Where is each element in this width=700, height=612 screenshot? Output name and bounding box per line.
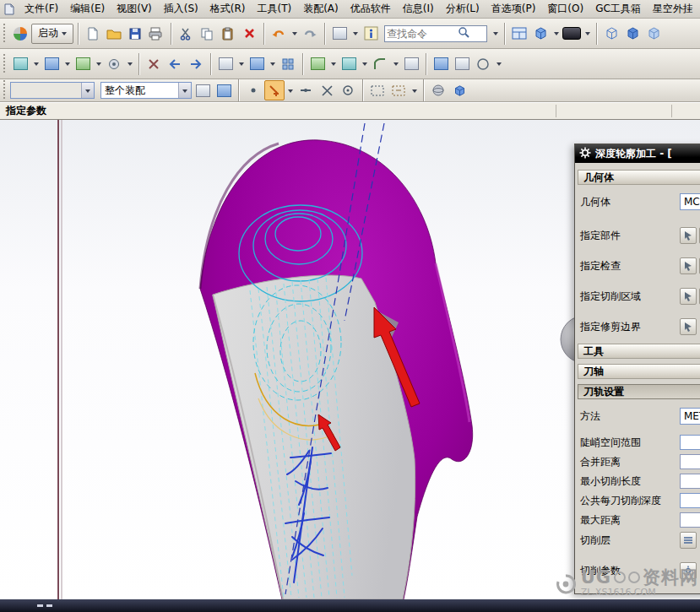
toolbar-grip[interactable] [3,80,7,100]
window-layout-icon[interactable] [509,24,529,44]
menu-view[interactable]: 视图(V) [111,0,158,18]
cut-icon[interactable] [176,24,196,44]
open-icon[interactable] [104,24,124,44]
search-icon[interactable] [458,26,469,41]
stop-icon[interactable] [144,54,164,74]
menu-preferences[interactable]: 首选项(P) [486,0,542,18]
menu-format[interactable]: 格式(R) [204,0,252,18]
snap-point-icon[interactable] [243,80,263,100]
print-icon[interactable] [146,24,166,44]
select-part-button[interactable] [680,227,697,244]
toolbar-grip[interactable] [3,24,7,44]
sketch-caret[interactable] [62,54,72,74]
solid-cube-icon[interactable] [622,24,643,44]
snap-endpoint-icon[interactable] [264,80,285,100]
datum-plane-icon[interactable] [10,54,30,74]
edge-blend-icon[interactable] [370,54,390,74]
geometry-combo[interactable]: MCS [680,193,700,210]
sphere-icon[interactable] [428,80,448,100]
selection-scope-combo[interactable] [10,82,95,99]
menu-insert[interactable]: 插入(S) [158,0,204,18]
select-cut-area-button[interactable] [680,288,697,305]
snap-caret[interactable] [285,80,295,100]
menu-window[interactable]: 窗口(O) [541,0,589,18]
menu-assemblies[interactable]: 装配(A) [297,0,345,18]
menu-analysis[interactable]: 分析(L) [440,0,486,18]
back-arrow-icon[interactable] [165,54,185,74]
menu-information[interactable]: 信息(I) [397,0,440,18]
menu-starry-plugin[interactable]: 星空外挂 [647,0,699,18]
translucent-cube-icon[interactable] [643,24,664,44]
hole-icon[interactable] [104,54,124,74]
wireframe-cube-icon[interactable] [601,24,621,44]
touch-mode-icon[interactable] [329,24,350,44]
combo-dropdown-icon[interactable] [81,83,94,98]
menu-addon-software[interactable]: 优品软件 [345,0,397,18]
dialog-titlebar[interactable]: 深度轮廓加工 - [ [575,144,700,163]
shaded-cube-icon[interactable] [530,24,551,44]
copy-icon[interactable] [197,24,217,44]
cut-levels-button[interactable] [680,532,697,549]
interpart-link-icon[interactable] [214,80,234,100]
unite-icon[interactable] [307,54,328,74]
draft-icon[interactable] [452,54,472,74]
hole-caret[interactable] [125,54,134,74]
pattern-icon[interactable] [278,54,298,74]
shell-icon[interactable] [431,54,451,74]
menu-file[interactable]: 文件(F) [19,0,64,18]
measure-icon[interactable] [215,54,236,74]
search-input[interactable] [387,28,458,40]
start-button[interactable]: 启动 [31,24,73,44]
method-combo[interactable]: METH [680,408,700,425]
select-caret[interactable] [410,80,419,100]
unite-caret[interactable] [328,54,338,74]
merge-distance-input[interactable] [680,454,700,469]
information-icon[interactable] [361,24,381,44]
workpiece-cube-icon[interactable] [449,80,469,100]
undo-icon[interactable] [269,24,289,44]
viewport[interactable]: 深度轮廓加工 - [ 几何体 几何体 MCS 指定部件 指定检查 [0,120,700,599]
section-path-settings[interactable]: 刀轨设置 [578,384,700,399]
undo-dropdown-caret[interactable] [290,24,299,44]
menu-tools[interactable]: 工具(T) [251,0,297,18]
extrude-caret[interactable] [94,54,103,74]
section-tool-axis[interactable]: 刀轴 [578,364,700,379]
select-component-icon[interactable] [193,80,213,100]
delete-icon[interactable] [239,24,259,44]
steep-combo[interactable] [680,435,700,450]
sketch-icon[interactable] [41,54,62,74]
assembly-filter-combo[interactable]: 整个装配 [100,82,192,99]
chamfer-icon[interactable] [401,54,421,74]
menu-edit[interactable]: 编辑(E) [64,0,111,18]
curve-caret[interactable] [494,54,503,74]
move-object-icon[interactable] [247,54,267,74]
menu-gc-toolbox[interactable]: GC工具箱 [589,0,647,18]
max-distance-input[interactable] [680,512,700,528]
new-file-icon[interactable] [83,24,103,44]
snap-midpoint-icon[interactable] [296,80,316,100]
touch-mode-caret[interactable] [350,24,360,44]
circle-icon[interactable] [473,54,493,74]
toolbar-grip[interactable] [3,54,7,74]
search-dropdown-caret[interactable] [491,24,500,44]
save-icon[interactable] [125,24,145,44]
min-cut-length-input[interactable] [680,474,700,489]
move-caret[interactable] [268,54,277,74]
redo-icon[interactable] [300,24,320,44]
select-check-button[interactable] [680,257,697,274]
snap-center-icon[interactable] [338,80,358,100]
select-trim-boundary-button[interactable] [680,318,697,335]
forward-arrow-icon[interactable] [186,54,206,74]
rectangle-select-icon[interactable] [367,80,388,100]
paste-icon[interactable] [218,24,238,44]
measure-caret[interactable] [236,54,246,74]
trim-body-icon[interactable] [339,54,359,74]
datum-caret[interactable] [31,54,41,74]
render-style-caret[interactable] [551,24,561,44]
section-tool[interactable]: 工具 [578,344,700,359]
lasso-select-icon[interactable] [388,80,409,100]
depth-per-cut-combo[interactable] [680,493,700,508]
combo-dropdown-icon[interactable] [178,83,191,98]
blend-caret[interactable] [391,54,400,74]
background-caret[interactable] [583,24,592,44]
